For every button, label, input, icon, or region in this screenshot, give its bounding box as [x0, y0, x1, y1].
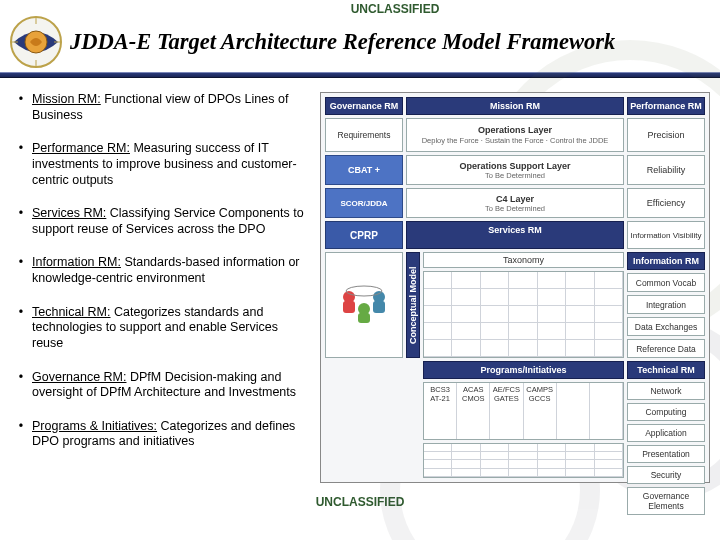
page-title: JDDA-E Target Architecture Reference Mod… — [70, 29, 615, 55]
cprp-cell: CPRP — [325, 221, 403, 249]
title-row: JDDA-E Target Architecture Reference Mod… — [6, 16, 714, 68]
classification-bottom: UNCLASSIFIED — [0, 489, 720, 509]
governance-rm-header: Governance RM — [325, 97, 403, 115]
services-rm-header: Services RM — [406, 221, 624, 249]
bullet-list: •Mission RM: Functional view of DPOs Lin… — [10, 92, 310, 483]
cbat-cell: CBAT + — [325, 155, 403, 185]
svg-rect-9 — [373, 301, 385, 313]
ops-layer-cell: Operations Layer Deploy the Force · Sust… — [406, 118, 624, 152]
performance-rm-header: Performance RM — [627, 97, 705, 115]
tech-application-cell: Application — [627, 424, 705, 442]
classification-top: UNCLASSIFIED — [351, 2, 440, 16]
taxonomy-grid — [423, 271, 624, 358]
taxonomy-cell: Taxonomy — [423, 252, 624, 268]
reliability-cell: Reliability — [627, 155, 705, 185]
svg-rect-7 — [343, 301, 355, 313]
svg-point-12 — [346, 286, 382, 296]
technical-rm-header: Technical RM — [627, 361, 705, 379]
c4-layer-cell: C4 Layer To Be Determined — [406, 188, 624, 218]
tech-computing-cell: Computing — [627, 403, 705, 421]
tech-network-cell: Network — [627, 382, 705, 400]
precision-cell: Precision — [627, 118, 705, 152]
org-seal-icon — [10, 16, 62, 68]
information-rm-header: Information RM — [627, 252, 705, 270]
people-cluster-icon — [325, 252, 403, 358]
common-vocab-cell: Common Vocab — [627, 273, 705, 292]
info-visibility-cell: Information Visibility — [627, 221, 705, 249]
scor-cell: SCOR/JDDA — [325, 188, 403, 218]
ops-support-cell: Operations Support Layer To Be Determine… — [406, 155, 624, 185]
programs-row: BCS3 AT-21 ACAS CMOS AE/FCS GATES CAMPS … — [423, 382, 624, 440]
programs-grid — [423, 443, 624, 479]
svg-rect-11 — [358, 313, 370, 323]
reference-data-cell: Reference Data — [627, 339, 705, 358]
tech-governance-cell: Governance Elements — [627, 487, 705, 515]
integration-cell: Integration — [627, 295, 705, 314]
efficiency-cell: Efficiency — [627, 188, 705, 218]
mission-rm-header: Mission RM — [406, 97, 624, 115]
programs-header: Programs/Initiatives — [423, 361, 624, 379]
requirements-cell: Requirements — [325, 118, 403, 152]
tech-security-cell: Security — [627, 466, 705, 484]
conceptual-model-label: Conceptual Model — [406, 252, 420, 358]
content-area: •Mission RM: Functional view of DPOs Lin… — [0, 78, 720, 489]
data-exchanges-cell: Data Exchanges — [627, 317, 705, 336]
reference-model-diagram: Governance RM Mission RM Performance RM … — [320, 92, 710, 483]
tech-presentation-cell: Presentation — [627, 445, 705, 463]
